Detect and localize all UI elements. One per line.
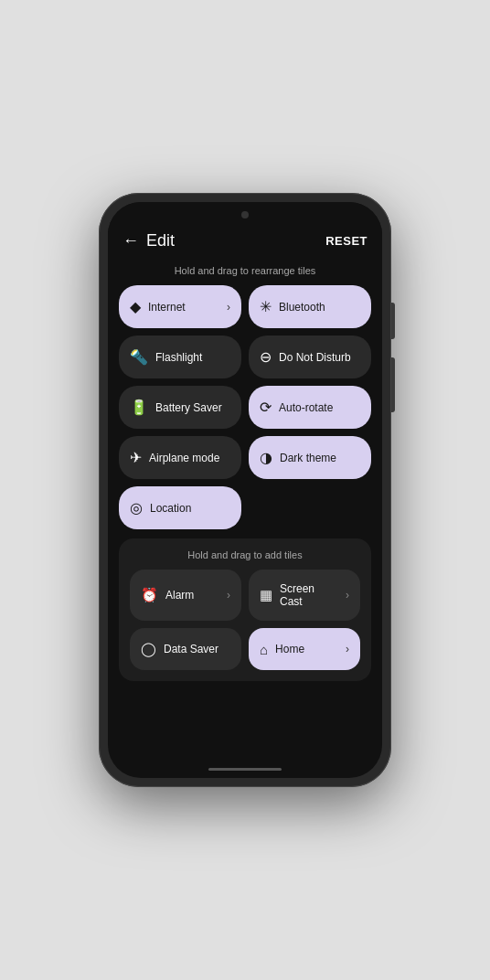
header: ← Edit RESET [108, 228, 382, 260]
alarm-arrow: › [227, 589, 230, 602]
tile-battery-label: Battery Saver [155, 401, 230, 414]
tile-dark-theme-label: Dark theme [280, 452, 360, 464]
scroll-area: Hold and drag to rearrange tiles ◆ Inter… [108, 260, 382, 760]
add-tile-alarm[interactable]: ⏰ Alarm › [130, 570, 241, 621]
tile-dnd-label: Do Not Disturb [279, 351, 360, 364]
home-bar [108, 760, 382, 778]
tile-flashlight-label: Flashlight [155, 351, 230, 364]
tile-internet-label: Internet [148, 301, 219, 314]
rotate-icon: ⟳ [260, 399, 272, 416]
tile-do-not-disturb[interactable]: ⊖ Do Not Disturb [249, 336, 371, 378]
tile-internet[interactable]: ◆ Internet › [119, 285, 241, 328]
dark-theme-icon: ◑ [260, 449, 272, 466]
status-bar [108, 202, 382, 228]
arrange-hint: Hold and drag to rearrange tiles [119, 260, 371, 285]
reset-button[interactable]: RESET [325, 234, 368, 248]
volume-button[interactable] [391, 303, 395, 339]
tile-location-label: Location [150, 502, 230, 515]
phone-screen: ← Edit RESET Hold and drag to rearrange … [108, 202, 382, 778]
power-button[interactable] [391, 357, 395, 412]
add-grid: ⏰ Alarm › ▦ Screen Cast › ◯ Data Saver [130, 570, 360, 670]
tile-auto-rotate[interactable]: ⟳ Auto-rotate [249, 386, 371, 429]
add-tile-home-label: Home [275, 643, 338, 655]
add-tile-alarm-label: Alarm [165, 589, 219, 602]
phone-frame: ← Edit RESET Hold and drag to rearrange … [99, 193, 391, 787]
add-tile-data-saver[interactable]: ◯ Data Saver [130, 628, 241, 670]
tiles-grid: ◆ Internet › ✳ Bluetooth 🔦 Flashlight ⊖ [119, 285, 371, 529]
screen-cast-arrow: › [346, 589, 349, 602]
add-tile-data-saver-label: Data Saver [164, 643, 230, 655]
tile-airplane-label: Airplane mode [149, 452, 230, 464]
tile-internet-arrow: › [227, 301, 230, 314]
battery-icon: 🔋 [130, 399, 148, 416]
location-icon: ◎ [130, 499, 143, 517]
screen-cast-icon: ▦ [260, 587, 272, 603]
home-arrow: › [346, 643, 349, 655]
back-button[interactable]: ← [122, 231, 139, 250]
tile-location[interactable]: ◎ Location [119, 486, 241, 529]
add-section: Hold and drag to add tiles ⏰ Alarm › ▦ S… [119, 538, 371, 681]
tile-bluetooth-label: Bluetooth [279, 301, 360, 314]
dnd-icon: ⊖ [260, 348, 272, 366]
alarm-icon: ⏰ [141, 587, 158, 603]
tile-flashlight[interactable]: 🔦 Flashlight [119, 336, 241, 378]
tile-airplane[interactable]: ✈ Airplane mode [119, 436, 241, 479]
add-hint: Hold and drag to add tiles [130, 549, 360, 560]
tile-bluetooth[interactable]: ✳ Bluetooth [249, 285, 371, 328]
flashlight-icon: 🔦 [130, 348, 148, 366]
add-tile-home[interactable]: ⌂ Home › [249, 628, 360, 670]
home-icon: ⌂ [260, 642, 268, 657]
airplane-icon: ✈ [130, 449, 142, 466]
page-title: Edit [146, 231, 175, 250]
tile-dark-theme[interactable]: ◑ Dark theme [249, 436, 371, 479]
tile-battery-saver[interactable]: 🔋 Battery Saver [119, 386, 241, 429]
home-bar-line [208, 768, 282, 771]
header-left: ← Edit [122, 231, 175, 250]
wifi-icon: ◆ [130, 298, 141, 315]
camera-dot [241, 211, 249, 218]
add-tile-screen-cast-label: Screen Cast [280, 582, 338, 608]
tile-rotate-label: Auto-rotate [279, 401, 360, 414]
bluetooth-icon: ✳ [260, 298, 272, 315]
data-saver-icon: ◯ [141, 641, 156, 657]
add-tile-screen-cast[interactable]: ▦ Screen Cast › [249, 570, 360, 621]
